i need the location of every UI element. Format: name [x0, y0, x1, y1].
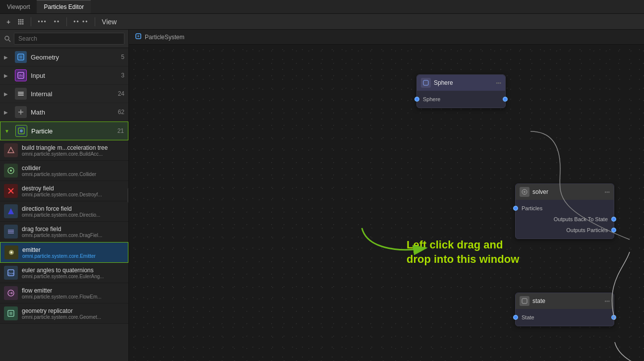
solver-port-right-2[interactable] — [611, 228, 616, 233]
list-item-destroy[interactable]: destroy field omni.particle.system.core.… — [0, 181, 128, 201]
geometry-count: 5 — [121, 54, 124, 60]
direction-name: direction force field — [22, 205, 100, 212]
list-item-collider[interactable]: collider omni.particle.system.core.Colli… — [0, 161, 128, 181]
svg-point-6 — [18, 23, 20, 24]
svg-point-39 — [137, 35, 139, 37]
dots-btn-1[interactable]: ••• — [35, 17, 50, 27]
collider-path: omni.particle.system.core.Collider — [22, 172, 96, 177]
chevron-particle: ▼ — [4, 128, 11, 134]
solver-particles-label: Particles — [516, 204, 548, 212]
category-row-particle[interactable]: ▼ Particle 21 — [0, 121, 128, 140]
build-name: build triangle m...cceleration tree — [22, 144, 108, 151]
add-button[interactable]: + — [4, 16, 13, 27]
solver-port-left[interactable] — [513, 206, 518, 211]
node-solver[interactable]: solver ••• Particles Outputs Back To Sta… — [515, 183, 614, 239]
sphere-menu[interactable]: ••• — [496, 80, 501, 86]
internal-count: 24 — [118, 90, 124, 97]
svg-text:IN: IN — [19, 73, 23, 78]
particle-count: 21 — [117, 127, 124, 134]
state-menu[interactable]: ••• — [604, 299, 610, 304]
drag-icon — [4, 225, 18, 239]
sphere-body: Sphere — [417, 91, 505, 108]
input-count: 3 — [121, 72, 124, 79]
input-label: Input — [31, 72, 117, 79]
euler-icon: Quat — [4, 266, 18, 280]
svg-marker-27 — [8, 208, 14, 214]
math-icon — [15, 106, 27, 118]
node-state[interactable]: state ••• State — [515, 293, 614, 326]
state-port-right[interactable] — [611, 315, 616, 320]
geometry-label: Geometry — [31, 54, 117, 61]
svg-point-0 — [18, 19, 20, 20]
internal-label: Internal — [31, 90, 114, 98]
particle-sub-items: build triangle m...cceleration tree omni… — [0, 140, 128, 324]
tab-viewport[interactable]: Viewport — [0, 0, 37, 13]
flow-icon — [4, 286, 18, 300]
view-button[interactable]: View — [99, 16, 119, 27]
build-icon — [4, 143, 18, 157]
drag-path: omni.particle.system.core.DragFiel... — [22, 233, 102, 238]
graph-header: ParticleSystem — [129, 30, 644, 45]
solver-back-label: Outputs Back To State — [516, 215, 614, 223]
svg-rect-15 — [18, 92, 24, 93]
graph-canvas[interactable]: Sphere ••• Sphere — [129, 45, 644, 361]
particle-icon — [15, 125, 27, 137]
svg-point-7 — [20, 23, 22, 24]
solver-title: solver — [532, 188, 601, 195]
emitter-name: emitter — [22, 246, 96, 253]
chevron-geometry: ▶ — [4, 55, 11, 60]
svg-rect-17 — [18, 95, 24, 96]
svg-rect-16 — [18, 93, 24, 94]
emitter-icon — [4, 245, 18, 259]
category-row-internal[interactable]: ▶ Internal 24 — [0, 85, 128, 103]
sidebar: ▶ Geometry 5 ▶ IN — [0, 30, 129, 361]
svg-rect-37 — [9, 312, 12, 315]
destroy-name: destroy field — [22, 185, 102, 192]
svg-point-21 — [20, 129, 23, 132]
svg-marker-22 — [8, 147, 14, 153]
category-row-input[interactable]: ▶ IN Input 3 — [0, 66, 128, 85]
dots-btn-3[interactable]: •• •• — [71, 17, 91, 27]
georep-icon — [4, 306, 18, 320]
list-item-build[interactable]: build triangle m...cceleration tree omni… — [0, 140, 128, 161]
tab-particles-editor[interactable]: Particles Editor — [37, 0, 91, 13]
drag-button[interactable] — [15, 17, 27, 27]
svg-point-1 — [20, 19, 22, 20]
sphere-port-left[interactable] — [414, 97, 419, 102]
drag-name: drag force field — [22, 226, 102, 233]
svg-point-2 — [22, 19, 24, 20]
collider-icon — [4, 164, 18, 178]
destroy-icon — [4, 184, 18, 198]
svg-point-24 — [10, 170, 12, 172]
separator-1 — [31, 17, 31, 26]
list-item-flow[interactable]: flow emitter omni.particle.system.core.F… — [0, 283, 128, 303]
list-item-euler[interactable]: Quat euler angles to quaternions omni.pa… — [0, 263, 128, 283]
svg-point-3 — [18, 21, 20, 22]
list-item-georep[interactable]: geometry replicator omni.particle.system… — [0, 303, 128, 324]
math-label: Math — [31, 109, 114, 116]
dots-btn-2[interactable]: •• — [52, 17, 62, 27]
chevron-internal: ▶ — [4, 91, 11, 97]
category-row-geometry[interactable]: ▶ Geometry 5 — [0, 48, 128, 66]
list-item-emitter[interactable]: emitter omni.particle.system.core.Emitte… — [0, 242, 128, 263]
sphere-port-right[interactable] — [503, 97, 508, 102]
svg-rect-40 — [423, 80, 428, 85]
graph-icon — [135, 33, 142, 41]
node-sphere[interactable]: Sphere ••• Sphere — [416, 74, 506, 108]
state-title: state — [532, 298, 601, 304]
state-port-left[interactable] — [513, 315, 518, 320]
emitter-path: omni.particle.system.core.Emitter — [22, 253, 96, 259]
tab-bar: Viewport Particles Editor — [0, 0, 644, 14]
solver-menu[interactable]: ••• — [604, 189, 610, 195]
solver-port-right-1[interactable] — [611, 217, 616, 222]
list-item-drag[interactable]: drag force field omni.particle.system.co… — [0, 222, 128, 242]
collider-name: collider — [22, 165, 96, 172]
category-row-math[interactable]: ▶ Math 62 — [0, 103, 128, 121]
main-layout: ▶ Geometry 5 ▶ IN — [0, 30, 644, 361]
search-input[interactable] — [14, 33, 124, 45]
state-node-header: state ••• — [516, 293, 614, 309]
list-item-direction[interactable]: direction force field omni.particle.syst… — [0, 201, 128, 222]
toolbar: + ••• •• •• •• View — [0, 14, 644, 30]
canvas-area[interactable]: ParticleSystem Sphere ••• — [129, 30, 644, 361]
solver-body: Particles Outputs Back To State Outputs … — [516, 200, 614, 239]
